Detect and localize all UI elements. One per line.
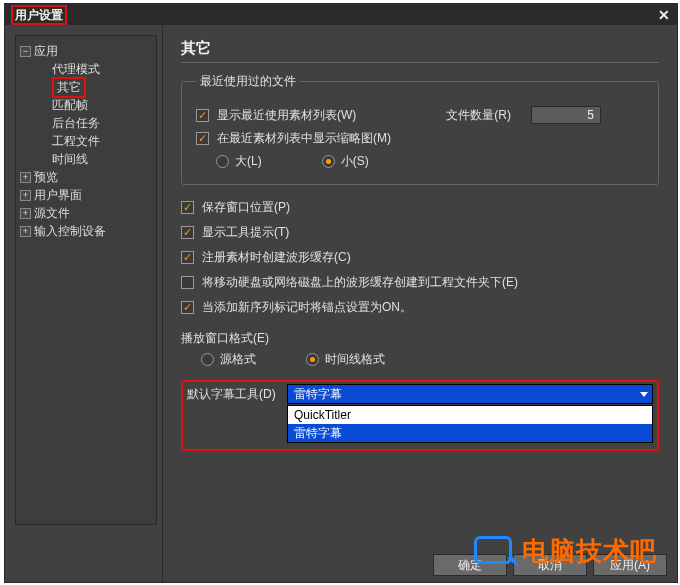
settings-window: 用户设置 ✕ − 应用 代理模式 其它 匹配帧 后台任务 工程文件 时间线 + … <box>4 3 678 583</box>
cancel-button[interactable]: 取消 <box>513 554 587 576</box>
checkbox-move-cache[interactable] <box>181 276 194 289</box>
apply-button[interactable]: 应用(A) <box>593 554 667 576</box>
checkbox-save-pos[interactable] <box>181 201 194 214</box>
recent-legend: 最近使用过的文件 <box>196 73 300 90</box>
radio-icon <box>306 353 319 366</box>
footer-buttons: 确定 取消 应用(A) <box>173 554 667 576</box>
tree-child-bgtask[interactable]: 后台任务 <box>20 114 152 132</box>
subtitle-dropdown: QuickTitler 雷特字幕 <box>287 405 653 443</box>
tree-label: 源文件 <box>34 205 70 222</box>
tree-node-ui[interactable]: + 用户界面 <box>20 186 152 204</box>
play-format-label: 播放窗口格式(E) <box>181 330 659 347</box>
radio-icon <box>216 155 229 168</box>
tree-child-project[interactable]: 工程文件 <box>20 132 152 150</box>
tree-node-apps[interactable]: − 应用 <box>20 42 152 60</box>
subtitle-select[interactable]: 雷特字幕 <box>287 384 653 404</box>
radio-size-large[interactable]: 大(L) <box>216 153 262 170</box>
tree-label: 应用 <box>34 43 58 60</box>
checkbox-show-tips[interactable] <box>181 226 194 239</box>
radio-size-small[interactable]: 小(S) <box>322 153 369 170</box>
subtitle-tool-area: 默认字幕工具(D) 雷特字幕 QuickTitler 雷特字幕 <box>181 380 659 451</box>
collapse-icon[interactable]: − <box>20 46 31 57</box>
checkbox-show-recent[interactable] <box>196 109 209 122</box>
radio-label: 小(S) <box>341 153 369 170</box>
tree-child-timeline[interactable]: 时间线 <box>20 150 152 168</box>
chevron-down-icon <box>640 392 648 397</box>
tree-child-proxy[interactable]: 代理模式 <box>20 60 152 78</box>
select-value: 雷特字幕 <box>294 386 342 403</box>
options-list: 保存窗口位置(P) 显示工具提示(T) 注册素材时创建波形缓存(C) 将移动硬盘… <box>181 199 659 316</box>
tree: − 应用 代理模式 其它 匹配帧 后台任务 工程文件 时间线 + 预览 + 用户… <box>15 35 157 525</box>
tree-child-matchframe[interactable]: 匹配帧 <box>20 96 152 114</box>
checkbox-wave-cache[interactable] <box>181 251 194 264</box>
tree-label: 用户界面 <box>34 187 82 204</box>
label-file-count: 文件数量(R) <box>446 107 511 124</box>
expand-icon[interactable]: + <box>20 172 31 183</box>
radio-label: 源格式 <box>220 351 256 368</box>
label-move-cache: 将移动硬盘或网络磁盘上的波形缓存创建到工程文件夹下(E) <box>202 274 518 291</box>
radio-play-source[interactable]: 源格式 <box>201 351 256 368</box>
radio-play-timeline[interactable]: 时间线格式 <box>306 351 385 368</box>
window-title: 用户设置 <box>11 5 67 25</box>
radio-label: 时间线格式 <box>325 351 385 368</box>
label-show-tips: 显示工具提示(T) <box>202 224 289 241</box>
radio-icon <box>201 353 214 366</box>
input-file-count[interactable]: 5 <box>531 106 601 124</box>
radio-label: 大(L) <box>235 153 262 170</box>
page-title: 其它 <box>181 39 659 63</box>
content-panel: 其它 最近使用过的文件 显示最近使用素材列表(W) 文件数量(R) 5 在最近素… <box>163 25 677 582</box>
tree-label: 输入控制设备 <box>34 223 106 240</box>
tree-label: 预览 <box>34 169 58 186</box>
label-anchor-on: 当添加新序列标记时将锚点设置为ON。 <box>202 299 412 316</box>
window-body: − 应用 代理模式 其它 匹配帧 后台任务 工程文件 时间线 + 预览 + 用户… <box>5 25 677 582</box>
close-icon[interactable]: ✕ <box>655 7 673 23</box>
expand-icon[interactable]: + <box>20 226 31 237</box>
label-save-pos: 保存窗口位置(P) <box>202 199 290 216</box>
expand-icon[interactable]: + <box>20 208 31 219</box>
recent-files-group: 最近使用过的文件 显示最近使用素材列表(W) 文件数量(R) 5 在最近素材列表… <box>181 73 659 185</box>
checkbox-anchor-on[interactable] <box>181 301 194 314</box>
ok-button[interactable]: 确定 <box>433 554 507 576</box>
subtitle-option-leite[interactable]: 雷特字幕 <box>288 424 652 442</box>
label-show-thumbs: 在最近素材列表中显示缩略图(M) <box>217 130 391 147</box>
label-wave-cache: 注册素材时创建波形缓存(C) <box>202 249 351 266</box>
checkbox-show-thumbs[interactable] <box>196 132 209 145</box>
radio-icon <box>322 155 335 168</box>
titlebar: 用户设置 ✕ <box>5 4 677 25</box>
tree-node-input[interactable]: + 输入控制设备 <box>20 222 152 240</box>
sidebar: − 应用 代理模式 其它 匹配帧 后台任务 工程文件 时间线 + 预览 + 用户… <box>5 25 163 582</box>
subtitle-label: 默认字幕工具(D) <box>187 386 287 403</box>
expand-icon[interactable]: + <box>20 190 31 201</box>
tree-child-other[interactable]: 其它 <box>20 78 152 96</box>
subtitle-option-quicktitler[interactable]: QuickTitler <box>288 406 652 424</box>
label-show-recent: 显示最近使用素材列表(W) <box>217 107 356 124</box>
tree-node-preview[interactable]: + 预览 <box>20 168 152 186</box>
tree-node-source[interactable]: + 源文件 <box>20 204 152 222</box>
